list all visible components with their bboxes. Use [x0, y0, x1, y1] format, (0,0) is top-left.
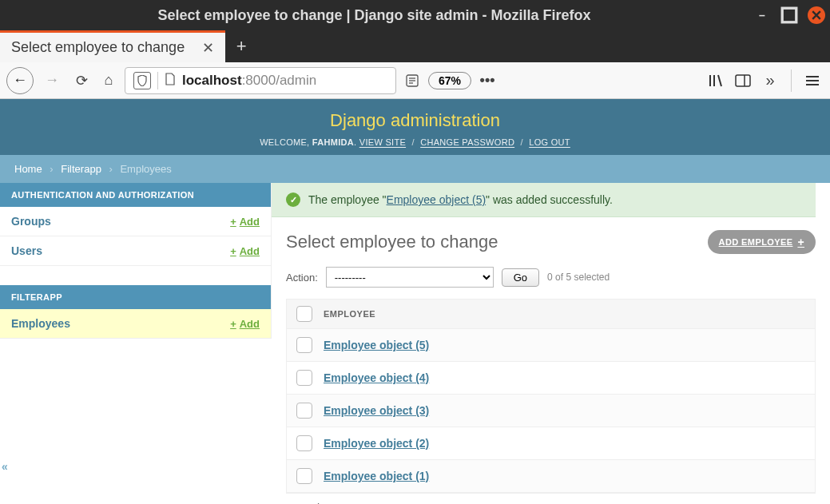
table-header: EMPLOYEE [287, 300, 815, 329]
window-close-button[interactable] [808, 6, 825, 24]
breadcrumb: Home › Filterapp › Employees [0, 155, 830, 183]
url-path: /admin [276, 73, 316, 88]
new-tab-button[interactable]: + [225, 30, 257, 62]
browser-toolbar: ← → ⟳ ⌂ localhost:8000/admin 67% ••• [0, 62, 830, 99]
plus-icon: + [797, 236, 804, 248]
home-button[interactable]: ⌂ [97, 69, 120, 92]
url-host: localhost [182, 73, 242, 88]
sidebar-item-users: Users +Add [0, 236, 271, 266]
user-links: WELCOME, FAHMIDA. VIEW SITE / CHANGE PAS… [0, 137, 830, 147]
library-icon[interactable] [705, 69, 727, 92]
page-actions-button[interactable]: ••• [476, 69, 498, 92]
tab-title: Select employee to change [11, 39, 185, 56]
action-label: Action: [286, 272, 318, 284]
add-groups-link[interactable]: +Add [230, 216, 260, 228]
back-button[interactable]: ← [6, 67, 34, 94]
os-titlebar: Select employee to change | Django site … [0, 0, 830, 30]
breadcrumb-app[interactable]: Filterapp [61, 163, 101, 175]
django-brand: Django administration [0, 110, 830, 131]
add-users-link[interactable]: +Add [230, 245, 260, 257]
success-check-icon: ✓ [286, 192, 300, 207]
reload-button[interactable]: ⟳ [70, 69, 93, 92]
table-row: Employee object (3) [287, 395, 815, 427]
url-bar[interactable]: localhost:8000/admin [125, 67, 396, 94]
action-select[interactable]: --------- [326, 267, 494, 288]
success-message: ✓ The employee "Employee object (5)" was… [272, 183, 816, 217]
row-checkbox[interactable] [296, 403, 312, 419]
page-info-icon[interactable] [165, 73, 176, 89]
admin-sidebar: AUTHENTICATION AND AUTHORIZATION Groups … [0, 183, 272, 339]
window-minimize-button[interactable]: – [753, 6, 771, 24]
sidebar-header-auth: AUTHENTICATION AND AUTHORIZATION [0, 183, 271, 207]
urlbar-separator [157, 72, 158, 89]
add-employees-link[interactable]: +Add [230, 318, 260, 330]
overflow-icon[interactable]: » [759, 69, 781, 92]
column-employee[interactable]: EMPLOYEE [324, 309, 375, 319]
model-link-users[interactable]: Users [11, 244, 42, 257]
table-row: Employee object (5) [287, 329, 815, 362]
page-heading: Select employee to change [286, 232, 498, 252]
row-link[interactable]: Employee object (4) [324, 371, 429, 384]
sidebar-collapse-toggle[interactable]: « [2, 460, 8, 473]
table-row: Employee object (4) [287, 362, 815, 395]
row-link[interactable]: Employee object (2) [324, 437, 429, 450]
forward-button[interactable]: → [38, 67, 66, 94]
add-employee-label: ADD EMPLOYEE [719, 237, 793, 247]
table-row: Employee object (2) [287, 427, 815, 460]
sidebar-item-employees: Employees +Add [0, 309, 271, 339]
tracking-shield-icon[interactable] [133, 72, 151, 89]
browser-tabstrip: Select employee to change ✕ + [0, 30, 830, 62]
table-row: Employee object (1) [287, 460, 815, 493]
window-maximize-button[interactable] [780, 6, 798, 24]
svg-rect-8 [736, 75, 750, 86]
results-table: EMPLOYEE Employee object (5) Employee ob… [286, 299, 816, 494]
add-employee-button[interactable]: ADD EMPLOYEE + [708, 230, 816, 254]
success-pre: The employee " [308, 193, 387, 206]
model-link-groups[interactable]: Groups [11, 215, 51, 228]
page-content: Django administration WELCOME, FAHMIDA. … [0, 99, 830, 504]
toolbar-separator [791, 69, 792, 92]
url-port: :8000 [242, 73, 276, 88]
welcome-label: WELCOME, [260, 137, 309, 147]
hamburger-menu-button[interactable] [801, 69, 824, 92]
logout-link[interactable]: LOG OUT [529, 137, 570, 147]
row-link[interactable]: Employee object (5) [324, 339, 429, 351]
window-title: Select employee to change | Django site … [5, 7, 744, 24]
svg-line-7 [718, 75, 721, 86]
svg-rect-0 [782, 8, 796, 22]
sidebar-item-groups: Groups +Add [0, 207, 271, 236]
django-header: Django administration WELCOME, FAHMIDA. … [0, 99, 830, 155]
main-panel: ✓ The employee "Employee object (5)" was… [272, 183, 830, 504]
success-object-link[interactable]: Employee object (5) [387, 193, 486, 206]
success-post: " was added successfully. [486, 193, 613, 206]
row-link[interactable]: Employee object (1) [324, 470, 429, 482]
change-password-link[interactable]: CHANGE PASSWORD [420, 137, 514, 147]
view-site-link[interactable]: VIEW SITE [359, 137, 406, 147]
action-row: Action: --------- Go 0 of 5 selected [272, 264, 816, 299]
reader-mode-icon[interactable] [401, 69, 423, 92]
select-all-checkbox[interactable] [296, 306, 312, 322]
model-link-employees[interactable]: Employees [11, 317, 70, 330]
breadcrumb-current: Employees [120, 163, 171, 175]
browser-tab-active[interactable]: Select employee to change ✕ [0, 30, 225, 62]
breadcrumb-home[interactable]: Home [14, 163, 42, 175]
sidebar-toggle-icon[interactable] [732, 69, 754, 92]
username: FAHMIDA [312, 137, 354, 147]
row-link[interactable]: Employee object (3) [324, 404, 429, 417]
selection-count: 0 of 5 selected [547, 272, 610, 283]
row-checkbox[interactable] [296, 370, 312, 386]
go-button[interactable]: Go [502, 268, 539, 287]
row-checkbox[interactable] [296, 468, 312, 484]
row-checkbox[interactable] [296, 337, 312, 353]
sidebar-header-filterapp: FILTERAPP [0, 285, 271, 309]
row-checkbox[interactable] [296, 435, 312, 451]
url-text: localhost:8000/admin [182, 73, 316, 89]
tab-close-button[interactable]: ✕ [193, 39, 214, 57]
zoom-indicator[interactable]: 67% [428, 72, 471, 89]
